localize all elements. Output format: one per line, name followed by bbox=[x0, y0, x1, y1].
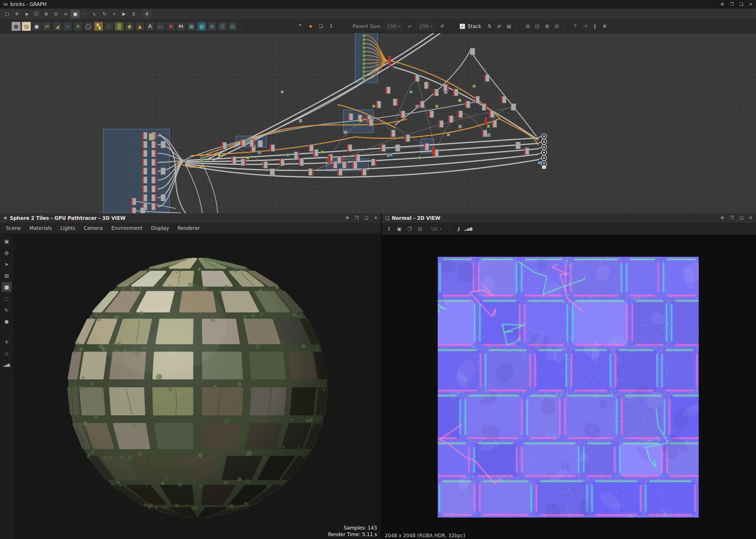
stack-checkbox[interactable]: ✓ bbox=[460, 24, 465, 29]
shape-node-icon[interactable]: ◯ bbox=[84, 22, 93, 31]
parent-width-dropdown[interactable]: 256 ▾ bbox=[384, 23, 403, 30]
menu-item-renderer[interactable]: Renderer bbox=[173, 223, 204, 233]
stack-list-icon[interactable]: ▤ bbox=[505, 22, 514, 30]
select-tool-icon[interactable]: ➤ bbox=[2, 259, 11, 269]
pair-vertical-icon[interactable]: ◫ bbox=[533, 22, 542, 30]
text-node-icon[interactable]: A bbox=[145, 22, 155, 31]
menu-item-lights[interactable]: Lights bbox=[56, 223, 79, 233]
normal-map-image[interactable] bbox=[438, 257, 699, 517]
sphere-render[interactable] bbox=[63, 253, 332, 522]
svg-node-icon[interactable]: ▤ bbox=[22, 22, 31, 31]
compact-material-icon[interactable]: ▣ bbox=[71, 10, 80, 18]
material-preview-icon[interactable]: ▨ bbox=[2, 271, 11, 280]
pan-view-icon[interactable]: ✛ bbox=[13, 10, 21, 18]
elbow-connector-icon[interactable]: ∟ bbox=[91, 10, 99, 18]
triangle-shape-node-icon[interactable]: ▲ bbox=[135, 22, 144, 31]
curve-node-icon[interactable]: ◢ bbox=[53, 22, 62, 31]
copy-image-icon[interactable]: ❐ bbox=[405, 225, 414, 233]
snap-spacing-icon[interactable]: # bbox=[601, 22, 609, 30]
close-icon[interactable]: ✕ bbox=[749, 2, 753, 7]
float-icon[interactable]: ❐ bbox=[730, 2, 734, 7]
stack-reorder-horizontal-icon[interactable]: ⇄ bbox=[495, 22, 504, 30]
close-icon[interactable]: ✕ bbox=[374, 216, 378, 220]
frame-region-icon[interactable]: ❏ bbox=[317, 22, 325, 30]
play-region-icon[interactable]: ▶ bbox=[120, 10, 128, 18]
vector-warp-node-icon[interactable]: ✕ bbox=[73, 22, 82, 31]
wireframe-toggle-icon[interactable]: ◌ bbox=[2, 294, 11, 303]
save-image-icon[interactable]: ▣ bbox=[395, 225, 404, 233]
2d-viewport[interactable]: 2048 x 2048 (RGBA HDR, 32bpc) bbox=[382, 235, 756, 539]
magic-wand-icon[interactable]: ✧ bbox=[110, 10, 119, 18]
noise-node-icon[interactable]: ● bbox=[125, 22, 134, 31]
histogram-icon[interactable]: ▂▅▇ bbox=[464, 225, 473, 233]
float-icon[interactable]: ❐ bbox=[730, 216, 734, 220]
light-toggle-icon[interactable]: ◍ bbox=[2, 248, 11, 258]
close-icon[interactable]: ✕ bbox=[749, 216, 753, 220]
dot-connector-icon[interactable]: ◦ bbox=[81, 10, 89, 18]
pair-horizontal-icon[interactable]: ⊟ bbox=[523, 22, 532, 30]
information-icon[interactable]: i bbox=[454, 225, 463, 233]
transform-view-icon[interactable]: ⊡ bbox=[416, 225, 424, 233]
flood-fill-to-index-node-icon[interactable]: ⊞ bbox=[207, 22, 217, 31]
size-reset-icon[interactable]: ↺ bbox=[437, 22, 446, 30]
maximize-icon[interactable]: ❑ bbox=[739, 216, 743, 220]
bitmap-node-icon[interactable]: ▦ bbox=[11, 22, 21, 31]
grid-toggle-icon[interactable]: ▦ bbox=[2, 282, 11, 292]
insert-row-icon[interactable]: ⊞ bbox=[543, 22, 551, 30]
3d-viewport[interactable]: Samples: 143 Render Time: 5.11 s bbox=[14, 234, 381, 539]
node-info-icon[interactable]: ⓘ bbox=[32, 10, 41, 18]
menu-item-scene[interactable]: Scene bbox=[2, 223, 25, 233]
pin-icon[interactable]: ✜ bbox=[720, 2, 724, 7]
gradient-map-node-icon[interactable]: ▒ bbox=[115, 22, 124, 31]
turntable-icon[interactable]: ↻ bbox=[2, 305, 11, 315]
maximize-icon[interactable]: ❑ bbox=[364, 216, 368, 220]
menu-item-environment[interactable]: Environment bbox=[107, 223, 147, 233]
scatter-node-icon[interactable]: ∷ bbox=[104, 22, 114, 31]
pin-icon[interactable]: ✜ bbox=[720, 216, 724, 220]
pin-icon[interactable]: ✜ bbox=[345, 216, 349, 220]
distribute-icon[interactable]: ∥ bbox=[591, 22, 599, 30]
insert-column-icon[interactable]: ⊡ bbox=[553, 22, 561, 30]
zoom-icon[interactable]: ⊕ bbox=[42, 10, 50, 18]
render-stats-icon[interactable]: ▂▅▇ bbox=[2, 360, 11, 370]
stack-reorder-vertical-icon[interactable]: ⇅ bbox=[485, 22, 494, 30]
value-node-icon[interactable]: 01 bbox=[176, 22, 186, 31]
dot-link-icon[interactable]: -●- bbox=[306, 22, 315, 30]
shuffle-node-icon[interactable]: ⇄ bbox=[43, 22, 51, 31]
geometry-sphere-icon[interactable]: ● bbox=[2, 317, 11, 326]
blob-node-icon[interactable]: ● bbox=[32, 22, 41, 31]
uv-display-icon[interactable]: ◇ bbox=[2, 348, 11, 358]
pin-needle-icon[interactable]: ↧ bbox=[327, 22, 335, 30]
color-picker-icon[interactable]: ◈ bbox=[22, 10, 31, 18]
align-vertical-icon[interactable]: ⊣ bbox=[581, 22, 590, 30]
graph-canvas[interactable] bbox=[0, 33, 756, 213]
transform-gizmo-icon[interactable]: ✛ bbox=[2, 337, 11, 347]
zoom-fit-icon[interactable]: ⊙ bbox=[51, 10, 60, 18]
tile-generator-node-icon[interactable]: ▦ bbox=[187, 22, 196, 31]
snap-grid-icon[interactable]: # bbox=[142, 10, 151, 18]
profile-view-icon[interactable]: ⊻ bbox=[130, 10, 138, 18]
display-mode-icon[interactable]: ▣ bbox=[2, 236, 11, 246]
flood-fill-node-icon[interactable]: ▧ bbox=[197, 22, 206, 31]
parent-height-dropdown[interactable]: 256 ▾ bbox=[416, 23, 435, 30]
uv-dropdown[interactable]: UV ▾ bbox=[428, 226, 445, 232]
auto-update-icon[interactable]: ↻ bbox=[100, 10, 109, 18]
align-horizontal-icon[interactable]: ⊤ bbox=[571, 22, 580, 30]
size-link-icon[interactable]: ⇄ bbox=[405, 22, 414, 30]
marquee-select-icon[interactable]: ▢ bbox=[3, 10, 11, 18]
node-graph[interactable] bbox=[0, 33, 756, 213]
splatter-node-icon[interactable]: ✹ bbox=[166, 22, 175, 31]
comment-bubble-icon[interactable]: ❞ bbox=[296, 22, 305, 30]
transform-node-icon[interactable]: ▱ bbox=[63, 22, 72, 31]
tile-sampler-node-icon[interactable]: ▚ bbox=[94, 22, 103, 31]
link-create-icon[interactable]: ∞ bbox=[61, 10, 70, 18]
menu-item-display[interactable]: Display bbox=[147, 223, 173, 233]
flood-fill-to-gradient-node-icon[interactable]: ⊟ bbox=[228, 22, 237, 31]
export-image-icon[interactable]: ↧ bbox=[385, 225, 393, 233]
float-icon[interactable]: ❐ bbox=[355, 216, 359, 220]
menu-item-camera[interactable]: Camera bbox=[79, 223, 107, 233]
maximize-icon[interactable]: ❑ bbox=[739, 2, 743, 7]
menu-item-materials[interactable]: Materials bbox=[25, 223, 56, 233]
frame-shape-node-icon[interactable]: ▭ bbox=[156, 22, 165, 31]
flood-fill-to-random-node-icon[interactable]: ⊡ bbox=[218, 22, 227, 31]
